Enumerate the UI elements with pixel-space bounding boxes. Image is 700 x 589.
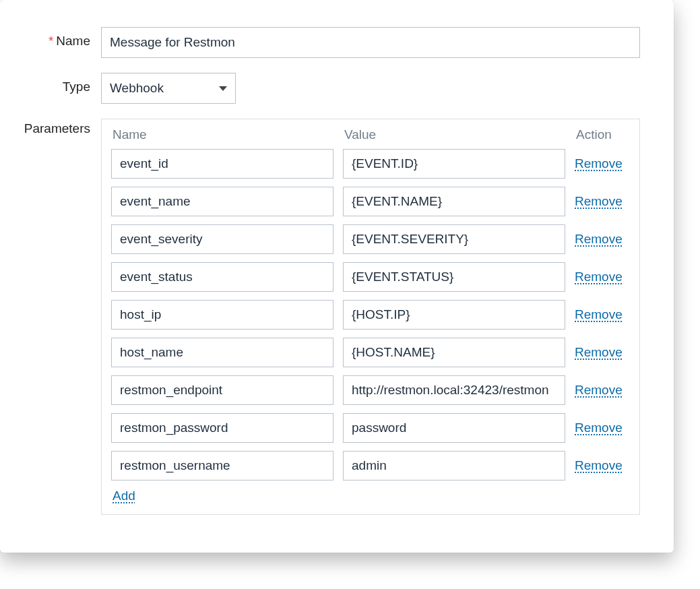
param-value-input[interactable] — [343, 262, 565, 292]
table-row: Remove — [111, 300, 630, 330]
label-name: *Name — [0, 27, 101, 49]
remove-link[interactable]: Remove — [575, 156, 635, 171]
param-value-input[interactable] — [343, 338, 565, 367]
chevron-down-icon — [219, 86, 227, 91]
parameters-rows: RemoveRemoveRemoveRemoveRemoveRemoveRemo… — [111, 149, 630, 480]
type-select[interactable]: Webhook — [101, 73, 236, 104]
remove-link[interactable]: Remove — [575, 232, 635, 247]
label-name-text: Name — [56, 34, 90, 48]
param-name-input[interactable] — [111, 224, 333, 254]
param-name-input[interactable] — [111, 375, 333, 405]
table-row: Remove — [111, 187, 630, 216]
table-row: Remove — [111, 375, 630, 405]
param-name-input[interactable] — [111, 149, 333, 179]
param-value-input[interactable] — [343, 224, 565, 254]
type-select-value: Webhook — [110, 81, 164, 96]
param-value-input[interactable] — [343, 413, 565, 443]
add-row: Add — [111, 489, 630, 503]
type-select-wrap: Webhook — [101, 73, 236, 104]
param-name-input[interactable] — [111, 262, 333, 292]
label-parameters: Parameters — [0, 119, 101, 136]
table-row: Remove — [111, 338, 630, 367]
param-value-input[interactable] — [343, 149, 565, 179]
label-parameters-text: Parameters — [24, 121, 90, 135]
param-name-input[interactable] — [111, 300, 333, 330]
table-row: Remove — [111, 451, 630, 480]
param-header-action: Action — [576, 127, 637, 142]
param-header-value: Value — [344, 127, 567, 142]
table-row: Remove — [111, 224, 630, 254]
remove-link[interactable]: Remove — [575, 345, 635, 360]
param-name-input[interactable] — [111, 413, 333, 443]
config-panel: *Name Type Webhook Parameters N — [0, 0, 674, 553]
required-asterisk: * — [49, 34, 53, 48]
param-name-input[interactable] — [111, 187, 333, 216]
param-name-input[interactable] — [111, 451, 333, 480]
row-type: Type Webhook — [0, 73, 674, 104]
row-parameters: Parameters Name Value Action RemoveRemov… — [0, 119, 674, 515]
param-value-input[interactable] — [343, 375, 565, 405]
label-type: Type — [0, 73, 101, 94]
remove-link[interactable]: Remove — [575, 383, 635, 398]
type-control-wrap: Webhook — [101, 73, 674, 104]
parameters-box: Name Value Action RemoveRemoveRemoveRemo… — [101, 119, 640, 515]
remove-link[interactable]: Remove — [575, 458, 635, 473]
parameters-header: Name Value Action — [111, 127, 630, 142]
remove-link[interactable]: Remove — [575, 421, 635, 435]
name-input[interactable] — [101, 27, 640, 58]
param-value-input[interactable] — [343, 451, 565, 480]
param-value-input[interactable] — [343, 300, 565, 330]
param-value-input[interactable] — [343, 187, 565, 216]
remove-link[interactable]: Remove — [575, 307, 635, 322]
param-header-name: Name — [113, 127, 335, 142]
name-control-wrap — [101, 27, 674, 58]
parameters-control-wrap: Name Value Action RemoveRemoveRemoveRemo… — [101, 119, 640, 515]
table-row: Remove — [111, 262, 630, 292]
table-row: Remove — [111, 413, 630, 443]
table-row: Remove — [111, 149, 630, 179]
add-link[interactable]: Add — [113, 489, 135, 503]
remove-link[interactable]: Remove — [575, 270, 635, 284]
param-name-input[interactable] — [111, 338, 333, 367]
row-name: *Name — [0, 27, 674, 58]
label-type-text: Type — [63, 80, 90, 94]
remove-link[interactable]: Remove — [575, 194, 635, 209]
